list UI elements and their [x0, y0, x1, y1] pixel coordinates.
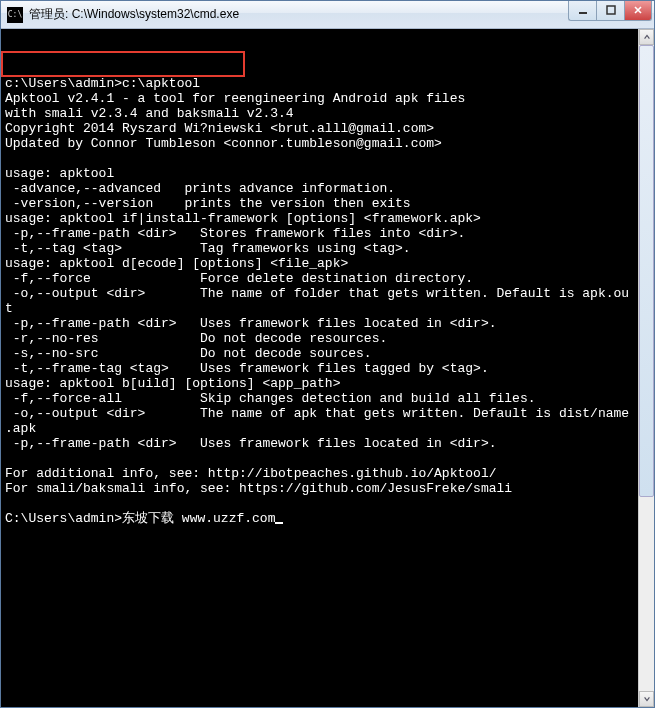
- minimize-icon: [578, 5, 588, 15]
- terminal-line: -r,--no-res Do not decode resources.: [5, 331, 387, 346]
- terminal-line: For smali/baksmali info, see: https://gi…: [5, 481, 512, 496]
- vertical-scrollbar[interactable]: [638, 29, 654, 707]
- terminal-line: .apk: [5, 421, 36, 436]
- prompt: C:\Users\admin>: [5, 511, 122, 526]
- scroll-track[interactable]: [639, 45, 654, 691]
- cmd-icon: C:\: [7, 7, 23, 23]
- terminal-line: with smali v2.3.4 and baksmali v2.3.4: [5, 106, 294, 121]
- terminal-line: -s,--no-src Do not decode sources.: [5, 346, 372, 361]
- terminal-line: usage: apktool b[uild] [options] <app_pa…: [5, 376, 340, 391]
- window-title: 管理员: C:\Windows\system32\cmd.exe: [29, 6, 568, 23]
- terminal-line: usage: apktool if|install-framework [opt…: [5, 211, 481, 226]
- scroll-thumb[interactable]: [639, 45, 654, 497]
- maximize-icon: [606, 5, 616, 15]
- annotation-highlight: [1, 51, 245, 77]
- terminal-line: -f,--force-all Skip changes detection an…: [5, 391, 536, 406]
- terminal-line: -t,--frame-tag <tag> Uses framework file…: [5, 361, 489, 376]
- close-icon: [633, 5, 643, 15]
- maximize-button[interactable]: [596, 1, 624, 21]
- chevron-down-icon: [643, 695, 651, 703]
- terminal-line: -version,--version prints the version th…: [5, 196, 411, 211]
- terminal-line: usage: apktool: [5, 166, 114, 181]
- prompt-input[interactable]: 东坡下载 www.uzzf.com: [122, 511, 275, 526]
- command-line: c:\Users\admin>c:\apktool: [5, 76, 200, 91]
- terminal-line: -p,--frame-path <dir> Uses framework fil…: [5, 316, 496, 331]
- terminal-line: -t,--tag <tag> Tag frameworks using <tag…: [5, 241, 411, 256]
- chevron-up-icon: [643, 33, 651, 41]
- close-button[interactable]: [624, 1, 652, 21]
- cursor-icon: [275, 522, 283, 524]
- terminal-line: usage: apktool d[ecode] [options] <file_…: [5, 256, 348, 271]
- scroll-down-button[interactable]: [639, 691, 654, 707]
- terminal-line: -o,--output <dir> The name of folder tha…: [5, 286, 629, 301]
- terminal-line: -p,--frame-path <dir> Uses framework fil…: [5, 436, 496, 451]
- terminal-line: -advance,--advanced prints advance infor…: [5, 181, 395, 196]
- terminal-line: -o,--output <dir> The name of apk that g…: [5, 406, 629, 421]
- window-controls: [568, 1, 652, 21]
- terminal-output[interactable]: c:\Users\admin>c:\apktool Apktool v2.4.1…: [1, 29, 654, 707]
- terminal-line: Updated by Connor Tumbleson <connor.tumb…: [5, 136, 442, 151]
- cmd-window: C:\ 管理员: C:\Windows\system32\cmd.exe c:\…: [0, 0, 655, 708]
- terminal-line: Apktool v2.4.1 - a tool for reengineerin…: [5, 91, 465, 106]
- minimize-button[interactable]: [568, 1, 596, 21]
- terminal-line: -p,--frame-path <dir> Stores framework f…: [5, 226, 465, 241]
- terminal-line: t: [5, 301, 13, 316]
- terminal-line: For additional info, see: http://ibotpea…: [5, 466, 496, 481]
- svg-rect-0: [579, 12, 587, 14]
- scroll-up-button[interactable]: [639, 29, 654, 45]
- terminal-line: Copyright 2014 Ryszard Wi?niewski <brut.…: [5, 121, 434, 136]
- titlebar[interactable]: C:\ 管理员: C:\Windows\system32\cmd.exe: [1, 1, 654, 29]
- terminal-line: -f,--force Force delete destination dire…: [5, 271, 473, 286]
- svg-rect-1: [607, 6, 615, 14]
